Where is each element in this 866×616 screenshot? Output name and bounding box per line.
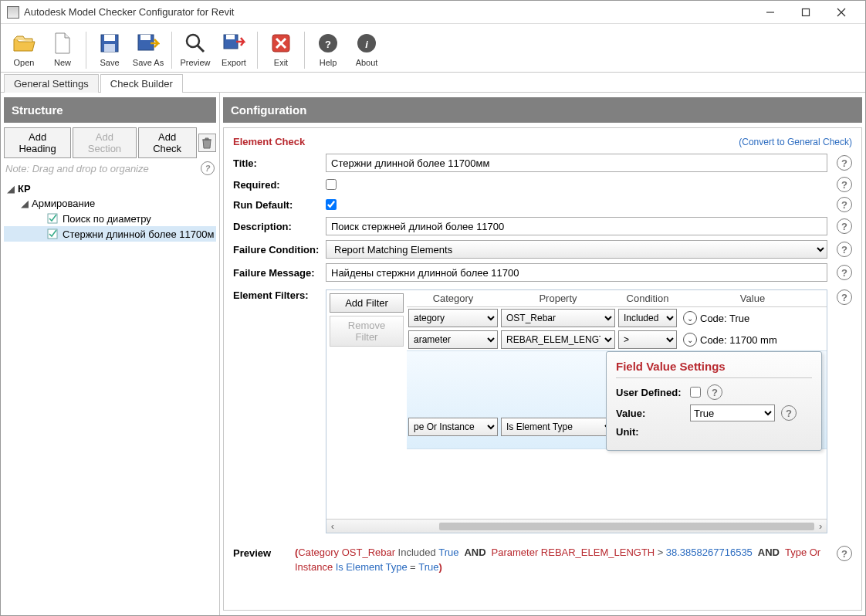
save-label: Save [100, 58, 119, 67]
add-section-button[interactable]: Add Section [73, 127, 136, 158]
filter-condition-select[interactable]: Included [618, 309, 677, 327]
description-label: Description: [233, 221, 326, 232]
window-minimize-button[interactable] [753, 1, 788, 24]
required-checkbox[interactable] [326, 179, 337, 190]
preview-label: Preview [180, 58, 210, 67]
rundefault-checkbox[interactable] [326, 199, 337, 210]
help-icon[interactable]: ? [781, 405, 797, 421]
rundefault-label: Run Default: [233, 199, 326, 211]
userdef-checkbox[interactable] [690, 387, 701, 398]
scroll-thumb[interactable] [439, 523, 814, 530]
filter-row: arameter REBAR_ELEM_LENGTH > ⌄Code: 1170… [407, 329, 827, 350]
failcond-select[interactable]: Report Matching Elements [326, 240, 827, 259]
saveas-label: Save As [133, 58, 164, 67]
tree-node-leaf-selected[interactable]: Стержни длинной более 11700м [4, 226, 216, 242]
new-button[interactable]: New [44, 29, 81, 69]
filters-label: Element Filters: [233, 286, 326, 301]
about-button[interactable]: i About [348, 29, 385, 69]
remove-filter-button[interactable]: Remove Filter [330, 316, 404, 347]
add-heading-button[interactable]: Add Heading [4, 127, 71, 158]
filter-category-select[interactable]: pe Or Instance [408, 418, 498, 436]
unit-label: Unit: [616, 426, 690, 438]
delete-button[interactable] [198, 134, 216, 152]
scroll-left-icon[interactable]: ‹ [326, 520, 339, 532]
svg-rect-12 [226, 35, 235, 39]
svg-text:?: ? [325, 39, 331, 50]
help-icon: ? [315, 30, 341, 56]
export-label: Export [222, 58, 246, 67]
svg-rect-6 [104, 44, 115, 52]
help-icon[interactable]: ? [707, 384, 722, 400]
open-button[interactable]: Open [5, 29, 42, 69]
help-button[interactable]: ? Help [310, 29, 347, 69]
tree-leaf2-label: Стержни длинной более 11700м [63, 228, 214, 240]
window-maximize-button[interactable] [788, 1, 824, 24]
about-label: About [356, 58, 378, 67]
tree-node-leaf[interactable]: Поиск по диаметру [4, 211, 216, 226]
convert-to-general-link[interactable]: (Convert to General Check) [739, 137, 852, 147]
drag-hint-text: Note: Drag and drop to organize [5, 163, 149, 174]
check-item-icon [47, 228, 59, 240]
help-icon[interactable]: ? [837, 546, 852, 561]
help-icon[interactable]: ? [837, 218, 852, 234]
expanded-filter-block: ⌃Code: True ↖ pe Or Instance Is Element … [407, 350, 827, 449]
filter-condition-select[interactable]: > [618, 330, 677, 349]
add-check-button[interactable]: Add Check [138, 127, 197, 158]
tree-node-root[interactable]: ◢КР [4, 181, 216, 196]
structure-tree: ◢КР ◢Армирование Поиск по диаметру Стерж… [4, 181, 216, 242]
description-input[interactable] [326, 217, 827, 235]
value-select[interactable]: True [690, 404, 775, 421]
filter-category-select[interactable]: arameter [408, 330, 498, 349]
magnifier-icon [182, 30, 208, 56]
configuration-panel-heading: Configuration [223, 97, 862, 123]
filter-property-select[interactable]: Is Element Type [501, 418, 615, 436]
chevron-down-icon[interactable]: ⌄ [683, 311, 697, 325]
help-icon[interactable]: ? [837, 289, 852, 305]
app-icon [7, 6, 19, 19]
chevron-down-icon[interactable]: ⌄ [683, 333, 697, 347]
saveas-button[interactable]: Save As [130, 29, 167, 69]
element-check-label: Element Check [233, 136, 305, 147]
filter-property-select[interactable]: REBAR_ELEM_LENGTH [501, 330, 615, 349]
svg-line-10 [198, 46, 204, 52]
horizontal-scrollbar[interactable]: ‹ › [326, 519, 827, 533]
exit-button[interactable]: Exit [262, 29, 299, 69]
failmsg-input[interactable] [326, 263, 827, 282]
export-icon [221, 30, 247, 56]
filter-row: ategory OST_Rebar Included ⌄Code: True [407, 307, 827, 329]
svg-rect-1 [803, 8, 810, 15]
tree-root-label: КР [18, 183, 31, 195]
help-icon[interactable]: ? [201, 161, 215, 175]
element-check-heading: Element Check (Convert to General Check) [233, 136, 852, 147]
tree-node-folder[interactable]: ◢Армирование [4, 196, 216, 211]
help-icon[interactable]: ? [837, 177, 852, 192]
scroll-right-icon[interactable]: › [814, 520, 827, 532]
title-label: Title: [233, 157, 326, 169]
title-bar: Autodesk Model Checker Configurator for … [1, 1, 865, 24]
filter-property-select[interactable]: OST_Rebar [501, 309, 615, 327]
help-label: Help [320, 58, 337, 67]
col-category: Category [407, 290, 499, 306]
tab-general-settings[interactable]: General Settings [4, 74, 99, 93]
window-title: Autodesk Model Checker Configurator for … [24, 6, 753, 18]
value-label: Value: [616, 408, 690, 419]
tree-leaf1-label: Поиск по диаметру [63, 213, 151, 225]
save-button[interactable]: Save [91, 29, 128, 69]
window-close-button[interactable] [824, 1, 859, 24]
add-filter-button[interactable]: Add Filter [330, 293, 404, 313]
export-button[interactable]: Export [215, 29, 252, 69]
required-label: Required: [233, 179, 326, 191]
check-item-icon [47, 212, 59, 225]
help-icon[interactable]: ? [837, 155, 852, 171]
main-toolbar: Open New Save Save As Preview Export Exi… [1, 24, 865, 73]
help-icon[interactable]: ? [837, 265, 852, 280]
tree-child-label: Армирование [32, 198, 95, 209]
help-icon[interactable]: ? [837, 197, 852, 212]
tab-check-builder[interactable]: Check Builder [100, 74, 183, 93]
preview-button[interactable]: Preview [177, 29, 214, 69]
drag-hint: Note: Drag and drop to organize ? [4, 158, 216, 178]
title-input[interactable] [326, 154, 827, 172]
popup-title: Field Value Settings [616, 360, 812, 373]
filter-category-select[interactable]: ategory [408, 309, 498, 327]
help-icon[interactable]: ? [837, 242, 852, 257]
